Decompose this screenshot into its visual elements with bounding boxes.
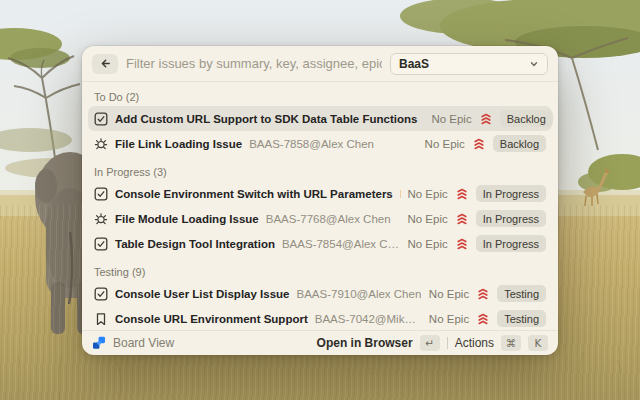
- issue-title: Console URL Environment Support: [115, 313, 308, 325]
- bug-icon: [94, 212, 108, 226]
- issue-title: Table Design Tool Integration: [115, 238, 275, 250]
- issue-title: Console User List Display Issue: [115, 288, 289, 300]
- issue-epic: No Epic: [407, 213, 447, 225]
- cmd-key-badge: ⌘: [501, 335, 521, 351]
- status-badge: Backlog: [500, 110, 553, 127]
- task-icon: [94, 287, 108, 301]
- footer-source-label: Board View: [113, 336, 174, 350]
- issue-key: BAAS-7042@Mike Liu: [315, 313, 422, 325]
- issue-row[interactable]: Console URL Environment Support BAAS-704…: [88, 306, 552, 330]
- issue-title: Console Environment Switch with URL Para…: [115, 188, 393, 200]
- k-key-badge: K: [528, 335, 548, 351]
- back-button[interactable]: [92, 54, 118, 74]
- highest-priority-icon: [476, 312, 490, 326]
- status-badge: In Progress: [476, 235, 546, 252]
- issue-row[interactable]: Console Environment Switch with URL Para…: [88, 181, 552, 206]
- issue-epic: No Epic: [407, 238, 447, 250]
- open-in-browser-button[interactable]: Open in Browser: [317, 336, 413, 350]
- issue-key: BAAS-7858@Alex Chen: [249, 138, 374, 150]
- issue-epic: No Epic: [407, 188, 447, 200]
- issue-key: BAAS-7854@Alex Chen: [282, 238, 401, 250]
- bookmark-icon: [94, 312, 108, 326]
- section-header-in-progress: In Progress (3): [88, 160, 552, 181]
- issue-list: To Do (2) Add Custom URL Support to SDK …: [82, 82, 558, 330]
- issue-title: File Module Loading Issue: [115, 213, 259, 225]
- actions-button[interactable]: Actions: [455, 336, 494, 350]
- highest-priority-icon: [455, 212, 469, 226]
- issue-epic: No Epic: [431, 113, 471, 125]
- project-dropdown-value: BaaS: [399, 57, 429, 71]
- issue-epic: No Epic: [425, 138, 465, 150]
- status-badge: Testing: [497, 285, 546, 302]
- section-header-testing: Testing (9): [88, 260, 552, 281]
- highest-priority-icon: [472, 137, 486, 151]
- task-icon: [94, 187, 108, 201]
- highest-priority-icon: [476, 287, 490, 301]
- bug-icon: [94, 137, 108, 151]
- highest-priority-icon: [455, 237, 469, 251]
- status-badge: In Progress: [476, 210, 546, 227]
- highest-priority-icon: [455, 187, 469, 201]
- issue-epic: No Epic: [429, 313, 469, 325]
- issue-key: BAAS-7609@Alex Chen: [400, 188, 401, 200]
- issue-row[interactable]: File Module Loading Issue BAAS-7768@Alex…: [88, 206, 552, 231]
- issue-filter-palette: BaaS To Do (2) Add Custom URL Support to…: [82, 46, 558, 355]
- highest-priority-icon: [479, 112, 493, 126]
- footer-divider: [447, 337, 448, 349]
- status-badge: Backlog: [493, 135, 546, 152]
- issue-row[interactable]: Add Custom URL Support to SDK Data Table…: [88, 106, 552, 131]
- palette-footer: Board View Open in Browser ↵ Actions ⌘ K: [82, 330, 558, 355]
- section-header-todo: To Do (2): [88, 85, 552, 106]
- palette-header: BaaS: [82, 46, 558, 82]
- status-badge: In Progress: [476, 185, 546, 202]
- issue-row[interactable]: Console User List Display Issue BAAS-791…: [88, 281, 552, 306]
- issue-title: File Link Loading Issue: [115, 138, 242, 150]
- issue-key: BAAS-7910@Alex Chen: [296, 288, 421, 300]
- footer-source: Board View: [92, 336, 174, 350]
- issue-row[interactable]: File Link Loading Issue BAAS-7858@Alex C…: [88, 131, 552, 156]
- chevron-down-icon: [529, 59, 539, 69]
- issue-key: BAAS-7768@Alex Chen: [266, 213, 391, 225]
- enter-key-badge: ↵: [420, 335, 440, 351]
- task-icon: [94, 237, 108, 251]
- task-icon: [94, 112, 108, 126]
- issue-title: Add Custom URL Support to SDK Data Table…: [115, 113, 417, 125]
- status-badge: Testing: [497, 310, 546, 327]
- search-input[interactable]: [126, 56, 382, 71]
- back-arrow-icon: [99, 57, 112, 70]
- jira-logo-icon: [92, 336, 106, 350]
- project-dropdown[interactable]: BaaS: [390, 53, 548, 75]
- issue-row[interactable]: Table Design Tool Integration BAAS-7854@…: [88, 231, 552, 256]
- issue-epic: No Epic: [429, 288, 469, 300]
